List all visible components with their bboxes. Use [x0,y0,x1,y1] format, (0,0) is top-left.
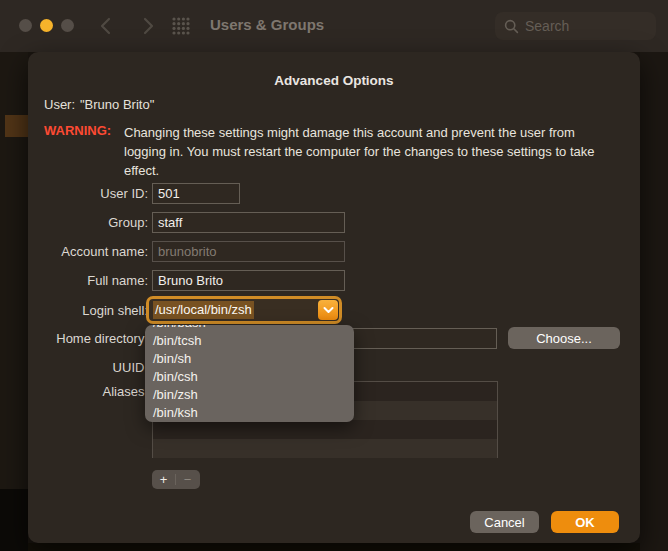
login-shell-value: /usr/local/bin/zsh [153,301,254,319]
shell-option[interactable]: /bin/tcsh [145,332,354,350]
shell-option[interactable]: /bin/ksh [145,404,354,422]
window-minimize-button[interactable] [40,19,53,32]
alias-row [153,420,497,439]
background-selected-row [5,115,28,137]
group-label: Group: [16,212,148,233]
chevron-down-icon [323,306,334,314]
warning-text: Changing these settings might damage thi… [124,123,616,180]
background-window-right [640,52,668,551]
search-icon [504,19,519,34]
full-name-label: Full name: [16,270,148,291]
screen: Users & Groups Search Advanced Options U… [0,0,668,551]
user-id-label: User ID: [16,183,148,204]
full-name-field[interactable]: Bruno Brito [152,270,345,291]
login-shell-label: Login shell: [16,300,148,321]
uuid-label: UUID: [16,357,148,378]
titlebar: Users & Groups Search [0,0,668,52]
group-field[interactable]: staff [152,212,345,233]
login-shell-popup: /bin/bash /bin/tcsh /bin/sh /bin/csh /bi… [145,325,354,422]
add-alias-button[interactable]: + [152,471,175,488]
background-window-bottom [28,543,640,551]
advanced-options-sheet: Advanced Options User: "Bruno Brito" WAR… [28,52,640,543]
user-label: User: [44,97,75,112]
account-name-label: Account name: [16,241,148,262]
shell-option[interactable]: /bin/sh [145,350,354,368]
user-line: User: "Bruno Brito" [44,97,75,112]
dialog-title: Advanced Options [28,73,640,88]
remove-alias-button[interactable]: − [176,471,199,488]
home-directory-label: Home directory: [16,328,148,349]
show-all-grid-icon[interactable] [172,17,190,39]
alias-add-remove-control: + − [152,470,200,489]
search-placeholder: Search [525,18,569,34]
alias-row [153,439,497,458]
user-value: "Bruno Brito" [80,97,154,112]
cancel-button[interactable]: Cancel [470,511,539,533]
window-close-button[interactable] [19,19,32,32]
user-id-field[interactable]: 501 [152,183,240,204]
choose-button[interactable]: Choose... [508,327,620,349]
aliases-label: Aliases: [16,381,148,402]
back-chevron-icon[interactable] [98,17,114,35]
account-name-field: brunobrito [152,241,345,262]
background-window-left-bottom [0,489,28,551]
shell-option[interactable]: /bin/zsh [145,386,354,404]
ok-button[interactable]: OK [551,511,619,533]
login-shell-combobox[interactable]: /usr/local/bin/zsh [146,296,342,324]
warning-label: WARNING: [44,123,111,138]
shell-option[interactable]: /bin/csh [145,368,354,386]
forward-chevron-icon[interactable] [140,17,156,35]
combo-dropdown-button[interactable] [318,300,338,320]
search-input[interactable]: Search [495,12,656,40]
shell-option[interactable]: /bin/bash [145,325,354,332]
window-title: Users & Groups [210,16,324,33]
window-zoom-button[interactable] [61,19,74,32]
